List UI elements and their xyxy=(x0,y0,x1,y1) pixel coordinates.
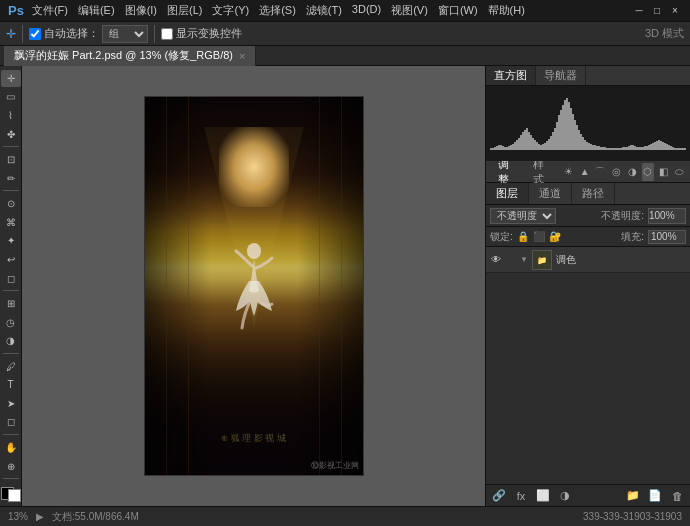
shape-tool[interactable]: ◻ xyxy=(1,414,21,431)
delete-layer-icon[interactable]: 🗑 xyxy=(668,487,686,505)
lock-px-icon[interactable]: ⬛ xyxy=(533,231,545,242)
link-icon xyxy=(506,252,516,268)
black-white-icon[interactable]: ◧ xyxy=(657,163,670,181)
hue-sat-icon[interactable]: ◑ xyxy=(626,163,639,181)
opacity-label: 不透明度: xyxy=(601,209,644,223)
eyedropper-tool[interactable]: ✏ xyxy=(1,170,21,187)
show-transform-option: 显示变换控件 xyxy=(161,26,242,41)
move-tool[interactable]: ✛ xyxy=(1,70,21,87)
history-brush-tool[interactable]: ↩ xyxy=(1,251,21,268)
3d-mode-label: 3D 模式 xyxy=(645,26,684,41)
clone-stamp-tool[interactable]: ✦ xyxy=(1,233,21,250)
levels-icon[interactable]: ▲ xyxy=(578,163,591,181)
document-tab-label: 飘浮的妊娠 Part.2.psd @ 13% (修复_RGB/8) xyxy=(14,48,233,63)
group-name: 调色 xyxy=(554,253,688,267)
status-arrow: ▶ xyxy=(36,511,44,522)
navigator-tab[interactable]: 导航器 xyxy=(536,66,586,85)
eraser-tool[interactable]: ◻ xyxy=(1,270,21,287)
menu-layer[interactable]: 图层(L) xyxy=(167,3,202,18)
eye-icon[interactable]: 👁 xyxy=(488,252,504,268)
lasso-tool[interactable]: ⌇ xyxy=(1,107,21,124)
maximize-button[interactable]: □ xyxy=(650,4,664,18)
show-transform-checkbox[interactable] xyxy=(161,28,173,40)
channels-tab[interactable]: 通道 xyxy=(529,183,572,204)
menu-view[interactable]: 视图(V) xyxy=(391,3,428,18)
marquee-tool[interactable]: ▭ xyxy=(1,89,21,106)
move-tool-icon: ✛ xyxy=(6,27,16,41)
zoom-level: 13% xyxy=(8,511,28,522)
coord-info: 339-339-31903-31903 xyxy=(583,511,682,522)
toolbar-left: ✛ ▭ ⌇ ✤ ⊡ ✏ ⊙ ⌘ ✦ ↩ ◻ ⊞ ◷ ◑ 🖊 T ➤ ◻ ✋ ⊕ xyxy=(0,66,22,506)
histogram-bars xyxy=(490,90,686,150)
close-button[interactable]: × xyxy=(668,4,682,18)
file-info: 文档:55.0M/866.4M xyxy=(52,510,139,524)
histogram-tab[interactable]: 直方图 xyxy=(486,66,536,85)
site-watermark: ⑩影视工业网 xyxy=(311,460,359,471)
canvas-watermark: ⊕ 狐 理 影 视 城 xyxy=(221,432,286,445)
document-tab[interactable]: 飘浮的妊娠 Part.2.psd @ 13% (修复_RGB/8) × xyxy=(4,46,256,66)
window-controls: ─ □ × xyxy=(632,4,682,18)
auto-select-checkbox[interactable] xyxy=(29,28,41,40)
background-color[interactable] xyxy=(8,489,21,502)
menu-bar: 文件(F) 编辑(E) 图像(I) 图层(L) 文字(Y) 选择(S) 滤镜(T… xyxy=(32,3,525,18)
lock-all-icon[interactable]: 🔐 xyxy=(549,231,561,242)
canvas-area: ⊕ 狐 理 影 视 城 ⑩影视工业网 xyxy=(22,66,485,506)
menu-filter[interactable]: 滤镜(T) xyxy=(306,3,342,18)
adjustments-tab[interactable]: 调整 xyxy=(490,162,522,182)
fill-label: 填充: xyxy=(621,230,644,244)
menu-window[interactable]: 窗口(W) xyxy=(438,3,478,18)
styles-tab[interactable]: 样式 xyxy=(525,162,557,182)
brightness-contrast-icon[interactable]: ☀ xyxy=(562,163,575,181)
layers-tab[interactable]: 图层 xyxy=(486,183,529,204)
new-group-icon[interactable]: 📁 xyxy=(624,487,642,505)
menu-edit[interactable]: 编辑(E) xyxy=(78,3,115,18)
group-expand-arrow[interactable]: ▼ xyxy=(518,252,530,268)
new-layer-icon[interactable]: 📄 xyxy=(646,487,664,505)
paths-tab[interactable]: 路径 xyxy=(572,183,615,204)
menu-select[interactable]: 选择(S) xyxy=(259,3,296,18)
minimize-button[interactable]: ─ xyxy=(632,4,646,18)
layer-style-icon[interactable]: fx xyxy=(512,487,530,505)
auto-select-label: 自动选择： xyxy=(44,26,99,41)
lock-pos-icon[interactable]: 🔒 xyxy=(517,231,529,242)
lock-label: 锁定: xyxy=(490,230,513,244)
new-adjustment-icon[interactable]: ◑ xyxy=(556,487,574,505)
magic-wand-tool[interactable]: ✤ xyxy=(1,126,21,143)
healing-brush-tool[interactable]: ⊙ xyxy=(1,195,21,212)
path-selection-tool[interactable]: ➤ xyxy=(1,395,21,412)
exposure-icon[interactable]: ◎ xyxy=(610,163,623,181)
document-tab-bar: 飘浮的妊娠 Part.2.psd @ 13% (修复_RGB/8) × xyxy=(0,46,690,66)
pen-tool[interactable]: 🖊 xyxy=(1,358,21,375)
color-balance-icon[interactable]: ⬡ xyxy=(642,163,655,181)
text-tool[interactable]: T xyxy=(1,376,21,393)
gradient-tool[interactable]: ⊞ xyxy=(1,295,21,312)
fill-input[interactable] xyxy=(648,230,686,244)
color-swatches[interactable] xyxy=(1,487,21,502)
brush-tool[interactable]: ⌘ xyxy=(1,214,21,231)
menu-file[interactable]: 文件(F) xyxy=(32,3,68,18)
layer-group-color-correct[interactable]: 👁 ▼ 📁 调色 xyxy=(486,247,690,273)
svg-point-0 xyxy=(247,243,261,259)
histogram-tab-bar: 直方图 导航器 xyxy=(486,66,690,86)
opacity-input[interactable] xyxy=(648,208,686,224)
zoom-tool[interactable]: ⊕ xyxy=(1,458,21,475)
tab-close-icon[interactable]: × xyxy=(239,50,245,62)
dodge-tool[interactable]: ◑ xyxy=(1,332,21,349)
menu-text[interactable]: 文字(Y) xyxy=(212,3,249,18)
layer-link-bottom-icon[interactable]: 🔗 xyxy=(490,487,508,505)
blend-mode-select[interactable]: 正常 溶解 变暗 不透明度 xyxy=(490,208,556,224)
auto-select-dropdown[interactable]: 组 图层 xyxy=(102,25,148,43)
workspace: ✛ ▭ ⌇ ✤ ⊡ ✏ ⊙ ⌘ ✦ ↩ ◻ ⊞ ◷ ◑ 🖊 T ➤ ◻ ✋ ⊕ xyxy=(0,66,690,506)
layers-list xyxy=(486,273,690,484)
curves-icon[interactable]: ⌒ xyxy=(594,163,607,181)
blur-tool[interactable]: ◷ xyxy=(1,314,21,331)
auto-select-option: 自动选择： 组 图层 xyxy=(29,25,148,43)
dancer-figure xyxy=(224,236,284,336)
menu-image[interactable]: 图像(I) xyxy=(125,3,157,18)
hand-tool[interactable]: ✋ xyxy=(1,439,21,456)
layer-mask-icon[interactable]: ⬜ xyxy=(534,487,552,505)
crop-tool[interactable]: ⊡ xyxy=(1,151,21,168)
photo-filter-icon[interactable]: ⬭ xyxy=(673,163,686,181)
menu-3d[interactable]: 3D(D) xyxy=(352,3,381,18)
menu-help[interactable]: 帮助(H) xyxy=(488,3,525,18)
